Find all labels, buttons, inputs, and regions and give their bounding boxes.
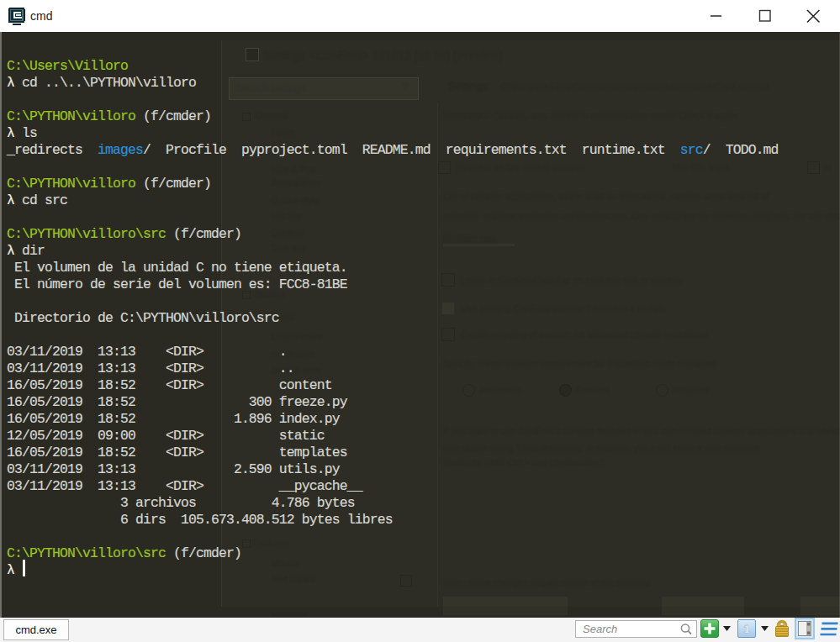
svg-text:1: 1 [743, 623, 749, 635]
